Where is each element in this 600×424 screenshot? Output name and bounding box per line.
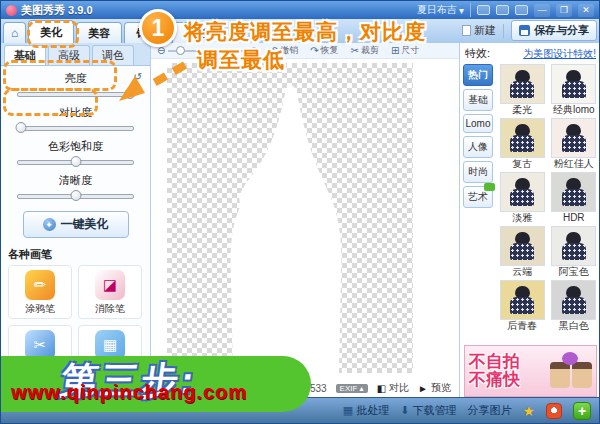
- one-click-beautify-button[interactable]: ✦ 一键美化: [23, 211, 129, 238]
- category-portrait[interactable]: 人像: [463, 136, 493, 158]
- hot-ribbon-badge: [500, 280, 509, 291]
- brush-label: 消除笔: [79, 302, 141, 316]
- highlight-box-beautify-tab: [27, 20, 79, 48]
- filter-thumbnail: [551, 226, 596, 266]
- weibo-icon[interactable]: [546, 403, 562, 419]
- category-art[interactable]: 艺术: [463, 186, 493, 208]
- annotation-line1: 将亮度调至最高，对比度: [184, 18, 426, 46]
- contrast-slider[interactable]: [17, 121, 134, 134]
- category-basic[interactable]: 基础: [463, 89, 493, 111]
- feedback-icon[interactable]: [496, 5, 509, 15]
- crop-scissors-icon: ✂: [351, 45, 359, 56]
- annotation-line2: 调至最低: [197, 46, 285, 74]
- filter-thumbnail: [500, 64, 545, 104]
- filter-thumbnail: [500, 280, 545, 320]
- app-logo-icon: [6, 5, 17, 16]
- download-label: 下载管理: [412, 403, 456, 418]
- minimize-button[interactable]: —: [534, 4, 550, 17]
- filter-label: 淡雅: [499, 212, 546, 224]
- ad-face-photo: [572, 362, 592, 388]
- effects-panel: 特效: 为美图设计特效! 热门 基础 Lomo 人像 时尚 艺术 柔光: [459, 43, 600, 399]
- filter-hdr[interactable]: HDR: [551, 172, 598, 224]
- category-lomo[interactable]: Lomo: [463, 114, 493, 133]
- clarity-slider[interactable]: [17, 189, 134, 202]
- design-effects-link[interactable]: 为美图设计特效!: [523, 47, 596, 61]
- compare-label: 对比: [389, 381, 409, 395]
- tab-cosmetology[interactable]: 美容: [76, 22, 122, 43]
- skin-selector[interactable]: 夏日布吉 ▾: [417, 3, 464, 17]
- add-button[interactable]: +: [573, 402, 591, 420]
- beautify-wand-icon: ✦: [43, 218, 56, 231]
- saturation-slider-group: 色彩饱和度: [17, 139, 134, 168]
- effect-categories: 热门 基础 Lomo 人像 时尚 艺术: [463, 64, 493, 332]
- preview-label: 预览: [431, 381, 451, 395]
- brush-section-title: 各种画笔: [8, 247, 150, 262]
- new-window-icon[interactable]: [477, 5, 490, 15]
- clarity-label: 清晰度: [17, 173, 134, 188]
- filter-grid: 柔光 经典lomo 复古 粉红佳人: [493, 64, 599, 332]
- beautify-label: 一键美化: [61, 216, 109, 233]
- redo-icon: ↷: [310, 45, 318, 56]
- share-image-button[interactable]: 分享图片: [467, 403, 511, 418]
- saturation-slider[interactable]: [17, 155, 134, 168]
- save-icon: [519, 25, 530, 36]
- filter-black-white[interactable]: 黑白色: [551, 280, 598, 332]
- filter-elegant[interactable]: 淡雅: [499, 172, 546, 224]
- close-button[interactable]: ✕: [578, 4, 594, 17]
- filter-thumbnail: [500, 226, 545, 266]
- ad-photos: [550, 354, 592, 388]
- filter-label: 复古: [499, 158, 546, 170]
- filter-thumbnail: [551, 118, 596, 158]
- doodle-pen-button[interactable]: ✏ 涂鸦笔: [8, 265, 72, 319]
- filter-label: 阿宝色: [551, 266, 598, 278]
- filter-label: 黑白色: [551, 320, 598, 332]
- filter-abao-color[interactable]: 阿宝色: [551, 226, 598, 278]
- exif-badge[interactable]: EXIF ▴: [336, 384, 368, 393]
- canvas-area: 400 × 533 EXIF ▴ ◧ 对比 ► 预览: [151, 59, 459, 399]
- zoom-slider-handle[interactable]: [176, 46, 185, 55]
- ad-speech-bubble: [562, 352, 578, 365]
- category-hot[interactable]: 热门: [463, 64, 493, 86]
- eraser-pen-button[interactable]: ◪ 消除笔: [78, 265, 142, 319]
- filter-thumbnail: [500, 172, 545, 212]
- filter-soft-light[interactable]: 柔光: [499, 64, 546, 116]
- tab-home[interactable]: ⌂: [3, 22, 26, 43]
- ad-line1: 不自拍: [469, 353, 520, 371]
- filter-label: 粉红佳人: [551, 158, 598, 170]
- filter-thumbnail: [551, 64, 596, 104]
- doodle-pen-icon: ✏: [25, 270, 55, 300]
- filter-label: 经典lomo: [551, 104, 598, 116]
- home-icon: ⌂: [11, 26, 18, 40]
- new-file-button[interactable]: 新建: [462, 23, 496, 38]
- batch-process-button[interactable]: ▦ 批处理: [343, 403, 389, 418]
- save-share-button[interactable]: 保存与分享: [511, 20, 597, 41]
- saturation-slider-handle[interactable]: [70, 156, 81, 167]
- contrast-slider-handle[interactable]: [15, 122, 26, 133]
- compare-icon: ◧: [377, 383, 386, 394]
- clarity-slider-group: 清晰度: [17, 173, 134, 202]
- filter-retro[interactable]: 复古: [499, 118, 546, 170]
- image-workspace[interactable]: [167, 63, 413, 373]
- resize-icon: ⊞: [391, 45, 399, 56]
- ad-banner[interactable]: 不自拍 不痛快: [464, 345, 597, 397]
- filter-classic-lomo[interactable]: 经典lomo: [551, 64, 598, 116]
- maximize-button[interactable]: ❐: [556, 4, 572, 17]
- ad-face-photo: [550, 362, 570, 388]
- filter-label: 云端: [499, 266, 546, 278]
- star-icon[interactable]: ★: [522, 403, 535, 419]
- caret-down-icon: ▾: [459, 5, 464, 16]
- filter-post-youth[interactable]: 后青春: [499, 280, 546, 332]
- filter-cloud[interactable]: 云端: [499, 226, 546, 278]
- preview-button[interactable]: ► 预览: [418, 381, 451, 395]
- filter-pink-lady[interactable]: 粉红佳人: [551, 118, 598, 170]
- filter-thumbnail: [551, 172, 596, 212]
- category-fashion[interactable]: 时尚: [463, 161, 493, 183]
- layout-icon[interactable]: [515, 5, 528, 15]
- download-manager-button[interactable]: ⬇ 下载管理: [400, 403, 456, 418]
- clarity-slider-handle[interactable]: [70, 190, 81, 201]
- compare-button[interactable]: ◧ 对比: [377, 381, 409, 395]
- divider: [503, 24, 504, 38]
- new-file-label: 新建: [474, 23, 496, 38]
- new-page-icon: [462, 25, 471, 36]
- skin-name: 夏日布吉: [417, 3, 457, 17]
